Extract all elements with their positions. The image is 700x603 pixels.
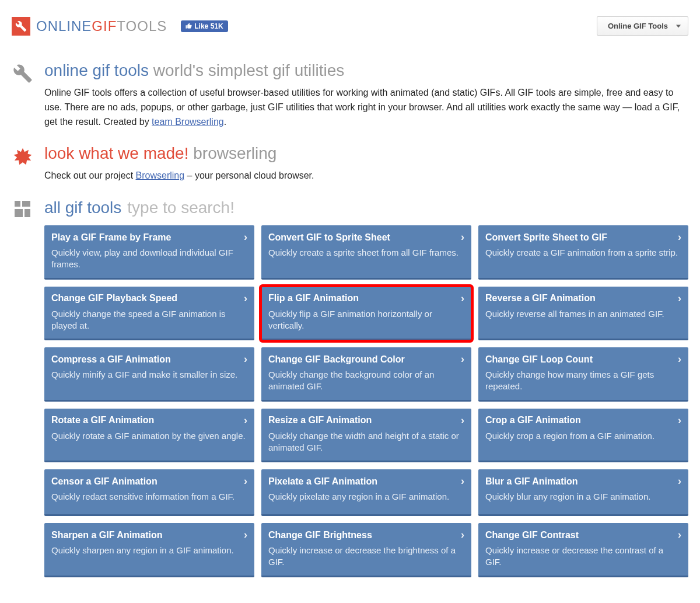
chevron-right-icon: › — [461, 292, 464, 305]
facebook-like-button[interactable]: Like 51K — [181, 20, 228, 32]
intro-title-blue: online gif tools — [44, 61, 149, 79]
tool-title: Change GIF Brightness — [268, 530, 372, 541]
tool-title: Compress a GIF Animation — [51, 354, 171, 365]
tool-description: Quickly blur any region in a GIF animati… — [485, 491, 681, 503]
promo-desc-post: – your personal cloud browser. — [184, 170, 314, 180]
chevron-right-icon: › — [678, 231, 681, 243]
chevron-right-icon: › — [244, 231, 247, 243]
chevron-right-icon: › — [244, 529, 247, 541]
tool-card[interactable]: Pixelate a GIF Animation›Quickly pixelat… — [261, 469, 471, 516]
intro-description: Online GIF tools offers a collection of … — [44, 86, 688, 129]
chevron-right-icon: › — [244, 475, 247, 487]
tool-title: Change GIF Background Color — [268, 354, 405, 365]
tool-description: Quickly increase or decrease the contras… — [485, 545, 681, 569]
tool-card[interactable]: Change GIF Brightness›Quickly increase o… — [261, 523, 471, 577]
tool-title: Censor a GIF Animation — [51, 476, 158, 487]
tool-card[interactable]: Play a GIF Frame by Frame›Quickly view, … — [44, 225, 254, 280]
chevron-right-icon: › — [244, 292, 247, 305]
tool-card[interactable]: Change GIF Loop Count›Quickly change how… — [478, 347, 688, 402]
tool-description: Quickly change the speed a GIF animation… — [51, 308, 247, 332]
logo-part1: ONLINE — [36, 18, 92, 34]
chevron-right-icon: › — [678, 475, 681, 487]
tool-card[interactable]: Resize a GIF Animation›Quickly change th… — [261, 409, 471, 463]
logo-group: ONLINEGIFTOOLS Like 51K — [12, 17, 228, 36]
intro-desc-pre: Online GIF tools offers a collection of … — [44, 88, 680, 127]
tools-dropdown-button[interactable]: Online GIF Tools — [597, 16, 688, 36]
tool-description: Quickly redact sensitive information fro… — [51, 491, 247, 503]
chevron-right-icon: › — [461, 475, 464, 487]
chevron-right-icon: › — [678, 292, 681, 305]
tool-description: Quickly reverse all frames in an animate… — [485, 308, 681, 320]
tool-title: Change GIF Contrast — [485, 530, 579, 541]
tool-description: Quickly sharpen any region in a GIF anim… — [51, 545, 247, 556]
chevron-right-icon: › — [244, 353, 247, 365]
chevron-right-icon: › — [678, 414, 681, 427]
thumbs-up-icon — [186, 23, 192, 29]
fb-like-label: Like 51K — [194, 22, 223, 30]
tool-description: Quickly change how many times a GIF gets… — [485, 369, 681, 393]
tool-description: Quickly change the background color of a… — [268, 369, 464, 393]
wrench-icon — [12, 61, 34, 129]
intro-desc-post: . — [224, 117, 226, 127]
tool-card[interactable]: Convert Sprite Sheet to GIF›Quickly crea… — [478, 225, 688, 280]
tool-grid: Play a GIF Frame by Frame›Quickly view, … — [12, 225, 688, 577]
tool-description: Quickly change the width and height of a… — [268, 430, 464, 454]
tool-title: Convert Sprite Sheet to GIF — [485, 232, 607, 243]
chevron-right-icon: › — [461, 414, 464, 427]
browserling-link[interactable]: Browserling — [136, 170, 185, 180]
search-row: all gif tools — [44, 198, 688, 217]
tool-title: Change GIF Loop Count — [485, 354, 593, 365]
tool-card[interactable]: Rotate a GIF Animation›Quickly rotate a … — [44, 409, 254, 463]
intro-title: online gif tools world's simplest gif ut… — [44, 61, 688, 80]
chevron-right-icon: › — [244, 414, 247, 427]
promo-desc-pre: Check out our project — [44, 170, 136, 180]
intro-title-gray: world's simplest gif utilities — [153, 61, 344, 79]
logo-icon — [12, 17, 30, 36]
tool-description: Quickly pixelate any region in a GIF ani… — [268, 491, 464, 503]
logo-part2: GIF — [92, 18, 117, 34]
tool-title: Convert GIF to Sprite Sheet — [268, 232, 390, 243]
tool-title: Blur a GIF Animation — [485, 476, 578, 487]
tool-card[interactable]: Change GIF Playback Speed›Quickly change… — [44, 287, 254, 341]
chevron-right-icon: › — [678, 353, 681, 365]
tool-card[interactable]: Sharpen a GIF Animation›Quickly sharpen … — [44, 523, 254, 577]
tool-card[interactable]: Censor a GIF Animation›Quickly redact se… — [44, 469, 254, 516]
tool-title: Reverse a GIF Animation — [485, 293, 596, 304]
tool-title: Crop a GIF Animation — [485, 415, 581, 426]
tool-card[interactable]: Reverse a GIF Animation›Quickly reverse … — [478, 287, 688, 341]
tool-card[interactable]: Flip a GIF Animation›Quickly flip a GIF … — [261, 287, 471, 341]
logo-part3: TOOLS — [117, 18, 167, 34]
tool-description: Quickly minify a GIF and make it smaller… — [51, 369, 247, 381]
tool-card[interactable]: Change GIF Contrast›Quickly increase or … — [478, 523, 688, 577]
tool-description: Quickly increase or decrease the brightn… — [268, 545, 464, 569]
search-input[interactable] — [127, 198, 349, 217]
tool-description: Quickly create a sprite sheet from all G… — [268, 247, 464, 259]
tool-title: Resize a GIF Animation — [268, 415, 372, 426]
promo-title-red: look what we made! — [44, 144, 188, 162]
tool-description: Quickly create a GIF animation from a sp… — [485, 247, 681, 259]
all-tools-label: all gif tools — [44, 198, 121, 217]
burst-icon — [12, 144, 34, 183]
tool-card[interactable]: Blur a GIF Animation›Quickly blur any re… — [478, 469, 688, 516]
promo-title: look what we made! browserling — [44, 144, 688, 163]
tool-description: Quickly flip a GIF animation horizontall… — [268, 308, 464, 332]
tool-description: Quickly crop a region from a GIF animati… — [485, 430, 681, 442]
tool-card[interactable]: Convert GIF to Sprite Sheet›Quickly crea… — [261, 225, 471, 280]
tool-card[interactable]: Crop a GIF Animation›Quickly crop a regi… — [478, 409, 688, 463]
logo-text: ONLINEGIFTOOLS — [36, 18, 167, 34]
topbar: ONLINEGIFTOOLS Like 51K Online GIF Tools — [12, 12, 688, 46]
tool-description: Quickly rotate a GIF animation by the gi… — [51, 430, 247, 442]
tool-title: Rotate a GIF Animation — [51, 415, 154, 426]
tool-card[interactable]: Compress a GIF Animation›Quickly minify … — [44, 347, 254, 402]
tools-section-header: all gif tools — [12, 198, 688, 217]
promo-description: Check out our project Browserling – your… — [44, 169, 688, 183]
chevron-right-icon: › — [461, 353, 464, 365]
promo-title-gray: browserling — [193, 144, 276, 162]
tool-card[interactable]: Change GIF Background Color›Quickly chan… — [261, 347, 471, 402]
tool-title: Change GIF Playback Speed — [51, 293, 177, 304]
team-browserling-link[interactable]: team Browserling — [152, 117, 224, 127]
grid-icon — [12, 198, 34, 217]
chevron-right-icon: › — [461, 529, 464, 541]
tool-title: Sharpen a GIF Animation — [51, 530, 163, 541]
tool-description: Quickly view, play and download individu… — [51, 247, 247, 271]
